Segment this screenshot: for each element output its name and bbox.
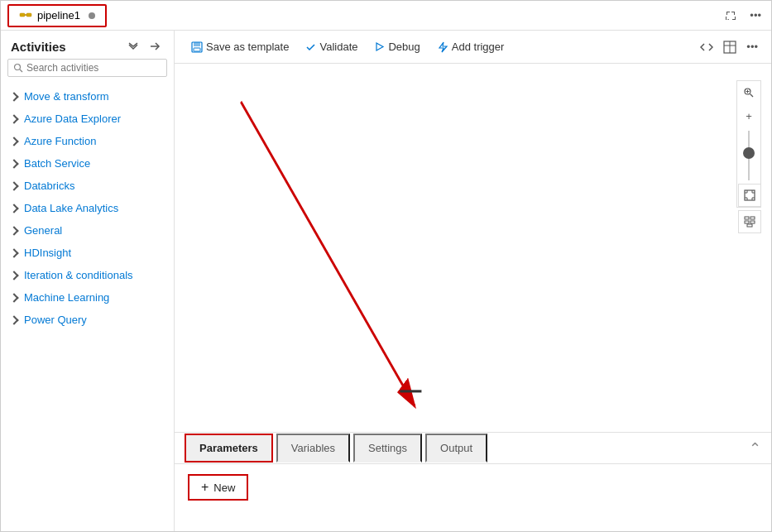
code-icon	[700, 41, 713, 54]
sidebar-item-label: General	[24, 224, 62, 237]
svg-rect-7	[194, 48, 200, 51]
sidebar-item-label: Move & transform	[24, 90, 109, 103]
new-button[interactable]: + New	[188, 474, 248, 501]
chevron-right-icon	[9, 137, 18, 146]
svg-point-3	[15, 65, 21, 70]
more-icon-dots: •••	[750, 9, 761, 22]
sidebar-item[interactable]: Iteration & conditionals	[1, 264, 174, 286]
svg-line-13	[241, 102, 415, 406]
zoom-slider-track	[748, 131, 750, 180]
collapse-icon	[127, 41, 139, 52]
validate-label: Validate	[319, 41, 357, 53]
chevron-right-icon	[9, 114, 18, 123]
expand-icon	[725, 10, 736, 22]
sidebar-title: Activities	[11, 40, 66, 54]
minimize-sidebar-button[interactable]	[146, 39, 164, 54]
debug-button[interactable]: Debug	[367, 37, 426, 56]
more-button-title[interactable]: •••	[746, 7, 765, 23]
play-icon	[374, 41, 385, 52]
bottom-tab-parameters[interactable]: Parameters	[185, 434, 273, 463]
annotation-arrow	[175, 64, 771, 432]
chevron-right-icon	[9, 181, 18, 190]
zoom-in-button[interactable]: +	[737, 104, 760, 127]
svg-rect-19	[745, 190, 755, 200]
search-icon	[13, 63, 23, 73]
layout-icon	[744, 216, 755, 228]
expand-button[interactable]	[722, 8, 740, 23]
save-template-button[interactable]: Save as template	[185, 37, 295, 56]
unsaved-indicator	[89, 12, 95, 19]
sidebar-item-label: Azure Function	[24, 135, 96, 147]
zoom-fit-button[interactable]	[737, 81, 760, 104]
more-toolbar-button[interactable]: •••	[743, 39, 761, 55]
fit-screen-button[interactable]	[738, 184, 761, 207]
table-view-button[interactable]	[720, 39, 740, 55]
svg-rect-24	[747, 224, 752, 227]
sidebar-item-label: HDInsight	[24, 247, 71, 259]
sidebar-item[interactable]: Power Query	[1, 309, 174, 331]
sidebar-item[interactable]: Machine Learning	[1, 286, 174, 309]
svg-rect-22	[745, 221, 749, 223]
chevron-right-icon	[9, 293, 18, 302]
toolbar: Save as template Validate Debug Add trig…	[175, 31, 771, 64]
svg-rect-21	[750, 217, 755, 219]
chevron-right-icon	[9, 159, 18, 168]
layout-button[interactable]	[738, 210, 761, 233]
sidebar-item-label: Data Lake Analytics	[24, 202, 118, 214]
collapse-button[interactable]	[124, 39, 142, 54]
sidebar-item[interactable]: Azure Data Explorer	[1, 108, 174, 130]
svg-line-16	[750, 94, 754, 98]
check-icon	[305, 41, 316, 52]
sidebar-item[interactable]: Data Lake Analytics	[1, 197, 174, 219]
bottom-tabs: ParametersVariablesSettingsOutput⌃	[175, 433, 771, 464]
close-bottom-panel-button[interactable]: ⌃	[749, 439, 761, 458]
canvas-area[interactable]: + −	[175, 64, 771, 432]
sidebar-item[interactable]: HDInsight	[1, 242, 174, 264]
search-input[interactable]	[26, 62, 161, 74]
zoom-slider-thumb[interactable]	[743, 147, 755, 159]
chevron-right-icon	[9, 204, 18, 213]
fit-screen-icon	[744, 189, 755, 201]
sidebar-item[interactable]: Move & transform	[1, 85, 174, 108]
sidebar-item-label: Azure Data Explorer	[24, 113, 121, 125]
sidebar-list: Move & transformAzure Data ExplorerAzure…	[1, 84, 174, 531]
sidebar-item-label: Power Query	[24, 314, 87, 326]
bottom-tab-output[interactable]: Output	[425, 434, 487, 463]
sidebar-item-label: Iteration & conditionals	[24, 269, 133, 281]
sidebar-item[interactable]: Batch Service	[1, 152, 174, 175]
chevron-right-icon	[9, 315, 18, 324]
search-box[interactable]	[7, 59, 167, 77]
sidebar-item[interactable]: Azure Function	[1, 130, 174, 152]
chevron-right-icon	[9, 226, 18, 235]
sidebar-item-label: Batch Service	[24, 157, 90, 170]
search-zoom-icon	[743, 87, 755, 98]
sidebar-item-label: Databricks	[24, 180, 74, 192]
sidebar-header: Activities	[1, 31, 174, 59]
bottom-tab-variables[interactable]: Variables	[276, 434, 350, 463]
trigger-icon	[437, 41, 448, 53]
pipeline-tab[interactable]: pipeline1	[7, 4, 107, 27]
svg-rect-6	[194, 42, 200, 46]
main-layout: Activities	[1, 31, 771, 531]
svg-marker-8	[376, 43, 383, 50]
sidebar-item[interactable]: Databricks	[1, 175, 174, 197]
sidebar: Activities	[1, 31, 175, 531]
plus-icon: +	[746, 110, 752, 122]
sidebar-header-icons	[124, 39, 164, 54]
svg-rect-0	[20, 13, 25, 17]
code-button[interactable]	[697, 39, 717, 55]
bottom-tab-settings[interactable]: Settings	[353, 434, 422, 463]
chevron-right-icon	[9, 271, 18, 280]
right-content: Save as template Validate Debug Add trig…	[175, 31, 771, 531]
title-bar: pipeline1 •••	[1, 1, 771, 31]
new-label: New	[213, 482, 235, 494]
add-trigger-button[interactable]: Add trigger	[430, 37, 511, 56]
debug-label: Debug	[388, 41, 420, 53]
title-bar-actions: •••	[722, 7, 765, 23]
minimize-icon	[149, 41, 161, 52]
bottom-panel: ParametersVariablesSettingsOutput⌃ + New	[175, 432, 771, 531]
svg-rect-23	[750, 221, 755, 223]
sidebar-item[interactable]: General	[1, 219, 174, 242]
validate-button[interactable]: Validate	[299, 37, 364, 56]
more-dots-icon: •••	[746, 41, 758, 53]
